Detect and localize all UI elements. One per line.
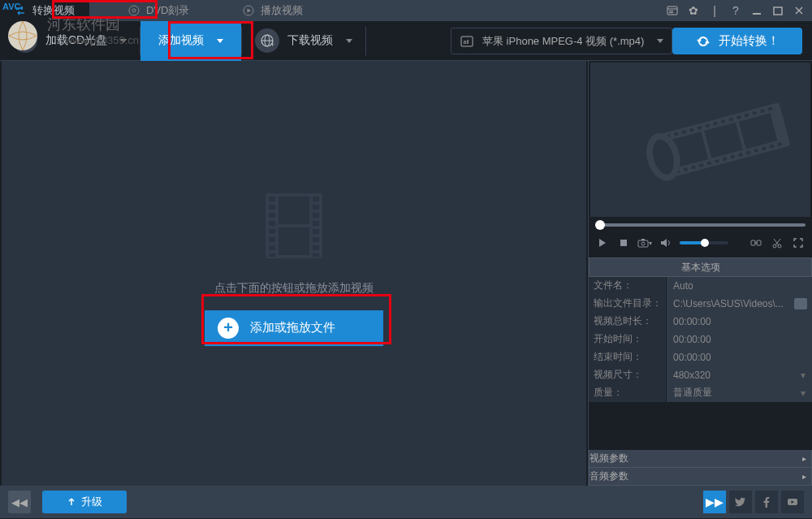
- timeline-slider[interactable]: [589, 218, 812, 231]
- expand-right-icon[interactable]: ▶▶: [703, 491, 726, 513]
- maximize-icon[interactable]: [771, 4, 784, 17]
- output-profile-selector[interactable]: all 苹果 iPhone MPEG-4 视频 (*.mp4): [451, 28, 672, 54]
- profile-icon: all: [460, 34, 474, 49]
- prop-value[interactable]: Auto: [667, 277, 812, 295]
- audio-params-expand[interactable]: 音频参数▸: [589, 468, 812, 486]
- chevron-down-icon: [657, 39, 663, 43]
- prop-value[interactable]: 480x320▾: [667, 366, 812, 384]
- tab-label: 播放视频: [261, 3, 303, 18]
- snapshot-button[interactable]: ▾: [637, 236, 652, 250]
- prop-output-dir: 输出文件目录： C:\Users\ASUS\Videos\...: [589, 295, 812, 313]
- collapse-left-icon[interactable]: ◀◀: [8, 491, 31, 513]
- menu-icon[interactable]: [666, 4, 679, 17]
- svg-text:+: +: [270, 41, 274, 48]
- prop-video-size: 视频尺寸： 480x320▾: [589, 366, 812, 384]
- add-file-label: 添加或拖放文件: [250, 320, 335, 335]
- svg-rect-31: [313, 205, 319, 210]
- browse-folder-icon[interactable]: [794, 298, 807, 309]
- prop-value[interactable]: 00:00:00: [667, 348, 812, 366]
- start-convert-label: 开始转换！: [719, 33, 780, 49]
- divider: [365, 27, 366, 55]
- svg-rect-34: [313, 229, 319, 234]
- svg-rect-26: [269, 229, 275, 234]
- facebook-icon[interactable]: [755, 491, 778, 513]
- youtube-icon[interactable]: [781, 491, 804, 513]
- svg-rect-30: [313, 197, 319, 201]
- svg-text:all: all: [464, 39, 469, 45]
- svg-point-0: [8, 21, 37, 50]
- svg-rect-74: [620, 240, 627, 246]
- footer-bar: ◀◀ 升级 ▶▶: [0, 486, 812, 518]
- right-panel: ▾ 基本选项 文件名： Auto 输出文件目录： C:\Users\ASUS\V…: [588, 61, 812, 486]
- prop-quality: 质量： 普通质量▾: [589, 384, 812, 402]
- app-logo-text: AVC: [2, 2, 20, 11]
- play-button[interactable]: [595, 236, 610, 250]
- chevron-down-icon: [120, 39, 127, 43]
- film-placeholder-icon: [257, 185, 330, 266]
- add-video-button[interactable]: 添加视频: [140, 21, 241, 61]
- fullscreen-icon[interactable]: [791, 236, 806, 250]
- plus-icon: +: [218, 318, 239, 339]
- prop-value[interactable]: C:\Users\ASUS\Videos\...: [667, 295, 812, 313]
- header-tabs: 转换视频 DVD刻录 播放视频 ✿ | ?: [0, 0, 812, 21]
- main-toolbar: + 加载CD光盘 添加视频 + 下载视频 all 苹果 iPhone MPEG-…: [0, 21, 812, 61]
- svg-rect-32: [313, 213, 319, 218]
- upgrade-arrow-icon: [67, 497, 76, 507]
- chevron-down-icon: ▾: [801, 387, 812, 399]
- tab-dvd-burn[interactable]: DVD刻录: [114, 0, 204, 21]
- prop-filename: 文件名： Auto: [589, 277, 812, 295]
- help-icon[interactable]: ?: [729, 4, 742, 17]
- player-controls: ▾: [589, 231, 812, 254]
- svg-rect-22: [269, 197, 275, 201]
- svg-rect-27: [269, 237, 275, 242]
- load-cd-label: 加载CD光盘: [45, 33, 107, 48]
- gear-icon[interactable]: ✿: [687, 4, 700, 17]
- prop-start-time: 开始时间： 00:00:00: [589, 331, 812, 348]
- download-video-label: 下载视频: [287, 33, 333, 48]
- video-drop-area[interactable]: 点击下面的按钮或拖放添加视频 + 添加或拖放文件: [2, 61, 586, 486]
- prop-value[interactable]: 00:00:00: [667, 331, 812, 348]
- link-icon[interactable]: [749, 236, 763, 250]
- volume-knob[interactable]: [701, 239, 709, 247]
- svg-rect-33: [313, 221, 319, 226]
- refresh-icon: [696, 34, 710, 49]
- svg-rect-38: [279, 197, 309, 224]
- svg-rect-77: [641, 239, 645, 240]
- minimize-icon[interactable]: [750, 4, 763, 17]
- prop-label: 结束时间：: [589, 348, 667, 366]
- film-roll-icon: [633, 87, 804, 201]
- prop-end-time: 结束时间： 00:00:00: [589, 348, 812, 366]
- drop-hint-text: 点击下面的按钮或拖放添加视频: [214, 281, 374, 296]
- svg-rect-75: [638, 240, 648, 247]
- svg-point-1: [129, 6, 139, 15]
- video-params-expand[interactable]: 视频参数▸: [589, 450, 812, 468]
- start-convert-button[interactable]: 开始转换！: [672, 28, 802, 54]
- cut-icon[interactable]: [770, 236, 784, 250]
- svg-rect-35: [313, 237, 319, 242]
- prop-label: 视频尺寸：: [589, 366, 667, 384]
- chevron-down-icon: [217, 39, 223, 43]
- prop-value: 00:00:00: [667, 313, 812, 331]
- tab-play-video[interactable]: 播放视频: [228, 0, 317, 21]
- upgrade-label: 升级: [81, 495, 102, 509]
- stop-button[interactable]: [616, 236, 631, 250]
- svg-rect-9: [774, 7, 782, 15]
- volume-icon[interactable]: [659, 236, 673, 250]
- svg-rect-28: [269, 245, 275, 250]
- svg-rect-29: [269, 253, 275, 257]
- close-icon[interactable]: [793, 4, 806, 17]
- prop-value[interactable]: 普通质量▾: [667, 384, 812, 402]
- upgrade-button[interactable]: 升级: [42, 491, 127, 513]
- divider: |: [708, 4, 721, 17]
- twitter-icon[interactable]: [729, 491, 752, 513]
- svg-rect-39: [279, 227, 309, 255]
- add-file-button[interactable]: + 添加或拖放文件: [205, 310, 383, 346]
- chevron-down-icon: [346, 39, 352, 43]
- volume-slider[interactable]: [680, 241, 728, 244]
- download-video-button[interactable]: + 下载视频: [242, 21, 365, 61]
- timeline-knob[interactable]: [595, 220, 605, 230]
- play-icon: [243, 5, 254, 16]
- chevron-down-icon: ▾: [801, 370, 812, 381]
- prop-label: 视频总时长：: [589, 313, 667, 331]
- prop-label: 质量：: [589, 384, 667, 402]
